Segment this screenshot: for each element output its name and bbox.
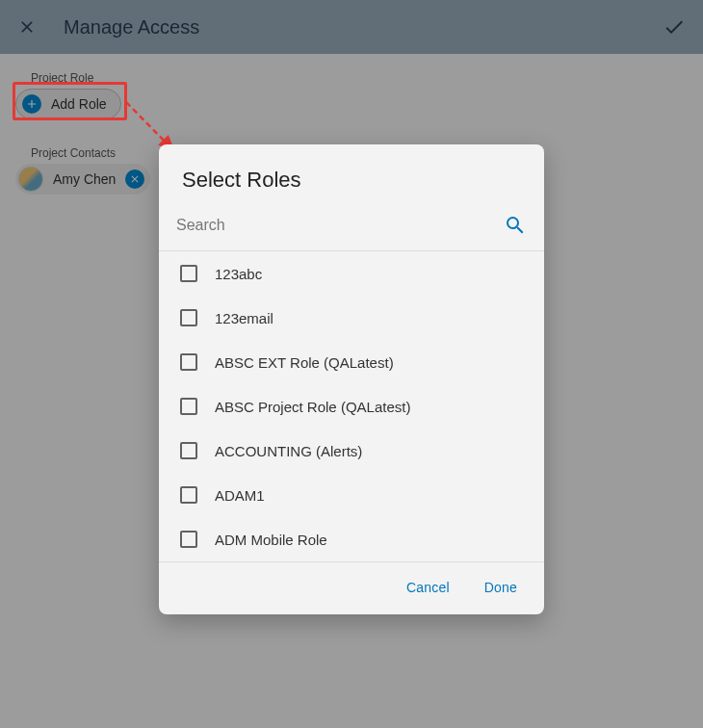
role-label: ABSC Project Role (QALatest) (215, 399, 410, 415)
checkbox-icon[interactable] (180, 398, 197, 415)
cancel-button[interactable]: Cancel (406, 580, 450, 595)
role-item[interactable]: 123abc (159, 251, 544, 296)
checkbox-icon[interactable] (180, 265, 197, 282)
checkbox-icon[interactable] (180, 309, 197, 326)
checkbox-icon[interactable] (180, 531, 197, 548)
role-list: 123abc 123email ABSC EXT Role (QALatest)… (159, 251, 544, 561)
role-label: ACCOUNTING (Alerts) (215, 443, 362, 459)
done-button[interactable]: Done (484, 580, 517, 595)
checkbox-icon[interactable] (180, 486, 197, 504)
role-item[interactable]: ABSC EXT Role (QALatest) (159, 340, 544, 384)
dialog-title: Select Roles (159, 144, 544, 204)
role-item[interactable]: 123email (159, 296, 544, 340)
role-label: ADAM1 (215, 487, 265, 504)
role-label: ADM Mobile Role (215, 532, 327, 548)
search-row (159, 204, 544, 251)
role-label: ABSC EXT Role (QALatest) (215, 354, 394, 371)
role-label: 123email (215, 310, 273, 326)
search-input[interactable] (176, 217, 504, 234)
checkbox-icon[interactable] (180, 353, 197, 371)
role-item[interactable]: ADM Mobile Role (159, 517, 544, 561)
search-icon[interactable] (504, 214, 527, 237)
role-item[interactable]: ADAM1 (159, 473, 544, 517)
role-item[interactable]: ACCOUNTING (Alerts) (159, 429, 544, 473)
role-label: 123abc (215, 266, 262, 282)
select-roles-dialog: Select Roles 123abc 123email ABSC EXT Ro… (159, 144, 544, 614)
app-root: Manage Access Project Role Add Role Proj… (0, 0, 703, 728)
dialog-actions: Cancel Done (159, 561, 544, 614)
checkbox-icon[interactable] (180, 442, 197, 459)
role-item[interactable]: ABSC Project Role (QALatest) (159, 384, 544, 429)
